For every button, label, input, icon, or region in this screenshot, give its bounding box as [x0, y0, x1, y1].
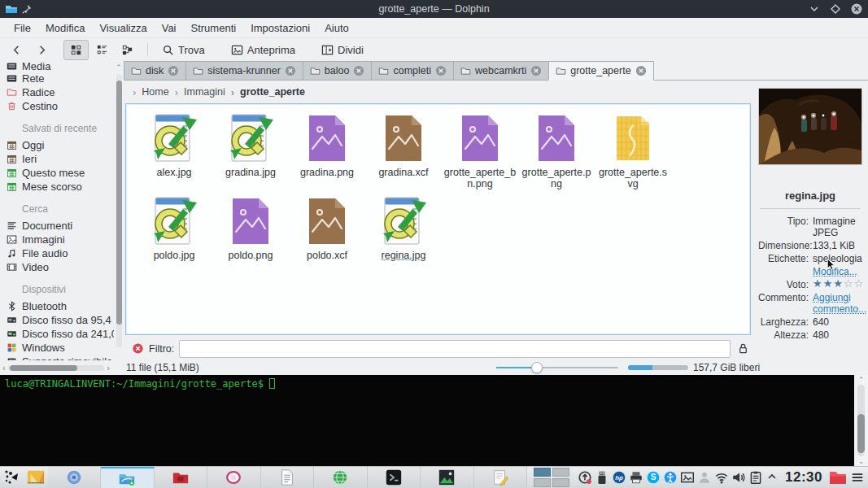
places-item[interactable]: Cerca [7, 202, 114, 216]
task-notes[interactable] [474, 467, 527, 488]
tree-view-button[interactable] [116, 41, 139, 59]
lock-icon[interactable] [737, 342, 749, 355]
desktop-1[interactable] [534, 468, 551, 477]
tab-close-icon[interactable] [435, 65, 447, 76]
desktop-4[interactable] [552, 478, 569, 487]
places-item[interactable]: Salvati di recente [7, 121, 114, 135]
add-comment-link[interactable]: Aggiungi commento... [813, 292, 866, 315]
breadcrumb-segment[interactable]: Home [127, 86, 169, 98]
preview-button[interactable]: Anteprima [225, 41, 301, 59]
terminal-scrollbar[interactable]: ⌃ ⌄ [854, 375, 868, 466]
forward-button[interactable] [30, 41, 54, 59]
file-item[interactable]: gradina.xcf [365, 112, 442, 190]
file-item[interactable]: gradina.png [289, 112, 365, 190]
scroll-up-icon[interactable]: ⌃ [115, 64, 123, 72]
places-item[interactable]: Ieri [7, 152, 114, 166]
places-item[interactable]: Radice [7, 85, 114, 99]
rating-stars[interactable]: ★★★☆☆ [813, 279, 864, 290]
menu-item[interactable]: Visualizza [92, 20, 154, 37]
scroll-right-icon[interactable]: › [107, 364, 110, 372]
hp-printer-icon[interactable]: hp [612, 470, 626, 485]
task-web[interactable] [314, 467, 367, 488]
tab-close-icon[interactable] [168, 65, 179, 76]
panel-menu-icon[interactable] [850, 470, 865, 485]
menu-item[interactable]: Aiuto [317, 20, 356, 37]
places-item[interactable]: Mese scorso [7, 180, 114, 194]
task-dolphin[interactable] [101, 467, 154, 488]
file-item[interactable]: gradina.jpg [212, 112, 289, 190]
wifi-icon[interactable] [714, 470, 729, 485]
file-view[interactable]: alex.jpg gradina.jpg gradina.png gradina… [125, 103, 751, 335]
accessibility-icon[interactable] [663, 470, 678, 485]
places-item[interactable]: Documenti [7, 219, 114, 233]
show-desktop-button[interactable] [24, 467, 47, 488]
desktop-2[interactable] [552, 468, 569, 477]
zoom-slider[interactable] [496, 367, 618, 368]
task-browser[interactable] [48, 467, 101, 488]
scroll-up-icon[interactable]: ⌃ [854, 375, 868, 385]
volume-icon[interactable] [731, 470, 746, 485]
places-item[interactable]: Dispositivi [7, 282, 114, 296]
tab[interactable]: webcamkrti [453, 61, 549, 80]
places-item[interactable]: Disco fisso da 241,0 GiB [7, 327, 114, 341]
menu-item[interactable]: Strumenti [184, 20, 244, 37]
places-item[interactable]: Cestino [7, 99, 114, 113]
tray-expand-icon[interactable] [765, 470, 780, 485]
file-item[interactable]: alex.jpg [136, 112, 212, 190]
terminal-panel[interactable]: luca@TRINGALINVENT:~/Immagini/grotte_ape… [0, 375, 854, 466]
menu-item[interactable]: Modifica [38, 20, 92, 37]
task-document[interactable] [261, 467, 314, 488]
tab-close-icon[interactable] [353, 65, 364, 76]
menu-item[interactable]: Vai [155, 20, 184, 37]
icons-view-button[interactable] [63, 40, 89, 60]
update-notifier-icon[interactable] [578, 470, 592, 485]
minimize-button[interactable] [808, 2, 821, 15]
tab[interactable]: grotte_aperte [548, 61, 653, 81]
task-red-folder[interactable] [155, 467, 207, 488]
window-titlebar[interactable]: grotte_aperte — Dolphin [0, 0, 868, 18]
screenshot-icon[interactable] [680, 470, 695, 485]
places-item[interactable]: Supporto rimovibile da 5 [7, 355, 114, 360]
sidebar-horizontal-scrollbar[interactable]: ‹ › [2, 363, 110, 373]
tab[interactable]: completi [371, 61, 454, 80]
filter-input[interactable] [179, 340, 731, 358]
task-image-viewer[interactable] [421, 467, 473, 488]
menu-item[interactable]: Impostazioni [243, 20, 317, 37]
app-launcher-button[interactable] [0, 467, 24, 488]
tab-close-icon[interactable] [530, 65, 542, 76]
details-view-button[interactable] [90, 41, 114, 59]
tab[interactable]: disk [124, 61, 186, 80]
file-item[interactable]: grotte_aperte.svg [595, 112, 671, 190]
breadcrumb-segment[interactable]: grotte_aperte [225, 86, 305, 98]
split-button[interactable]: Dividi [316, 41, 369, 59]
back-button[interactable] [5, 41, 28, 59]
clipboard-icon[interactable] [748, 470, 763, 485]
places-item[interactable]: File audio [7, 246, 114, 260]
sidebar-vertical-scrollbar[interactable]: ⌃ [115, 64, 123, 349]
places-item[interactable]: Questo mese [7, 166, 114, 180]
printer-icon[interactable] [629, 470, 643, 485]
zoom-slider-handle[interactable] [531, 362, 543, 373]
scroll-left-icon[interactable]: ‹ [2, 364, 6, 372]
file-item[interactable]: poldo.png [212, 195, 289, 261]
scroll-down-icon[interactable]: ⌄ [854, 456, 868, 466]
task-mail[interactable] [207, 467, 260, 488]
task-terminal[interactable] [368, 467, 421, 488]
places-item[interactable]: Bluetooth [7, 299, 114, 313]
places-item[interactable]: Disco fisso da 95,4 GiB [7, 313, 114, 327]
tab[interactable]: baloo [303, 61, 373, 80]
file-item[interactable]: poldo.xcf [289, 195, 365, 261]
find-button[interactable]: Trova [156, 41, 211, 59]
user-idle-icon[interactable] [697, 470, 712, 485]
places-item[interactable]: Video [7, 260, 114, 274]
filter-close-icon[interactable] [132, 342, 144, 355]
file-item[interactable]: poldo.jpg [136, 195, 212, 261]
places-item[interactable]: Immagini [7, 233, 114, 246]
places-item[interactable]: Media [7, 63, 114, 70]
close-button[interactable] [850, 2, 863, 15]
folder-notification-icon[interactable] [827, 468, 848, 487]
places-item[interactable]: Rete [7, 72, 114, 85]
places-item[interactable]: Oggi [7, 138, 114, 152]
tab-close-icon[interactable] [285, 65, 296, 76]
desktop-3[interactable] [534, 478, 551, 487]
